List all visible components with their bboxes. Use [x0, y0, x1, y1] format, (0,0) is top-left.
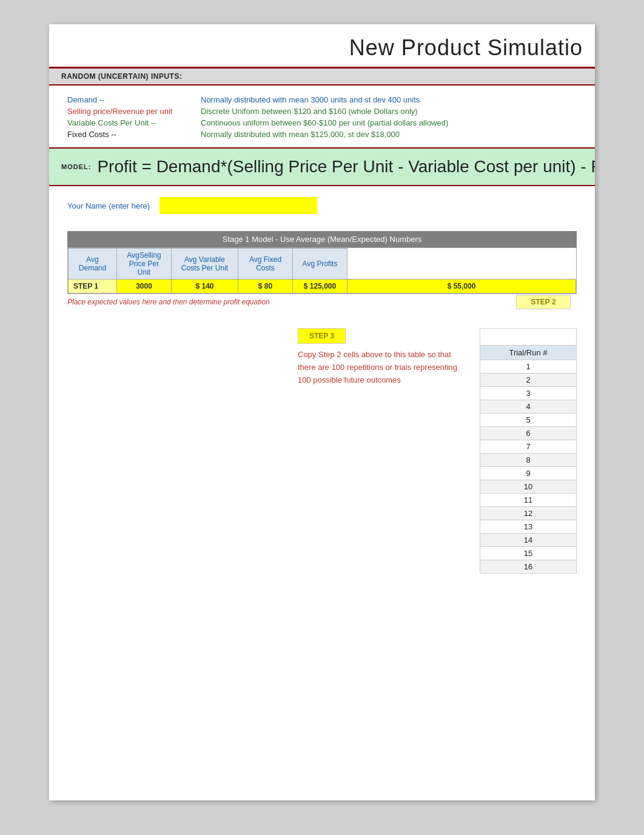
trial-table: Trial/Run # 12345678910111213141516 [480, 328, 577, 574]
step3-description: Copy Step 2 cells above to this table so… [298, 349, 468, 386]
step1-price[interactable]: $ 140 [172, 280, 238, 293]
trial-row: 15 [480, 547, 577, 560]
stage1-table-wrapper: Avg Demand AvgSelling Price Per Unit Avg… [67, 247, 577, 294]
trial-row: 8 [480, 454, 577, 467]
step1-label-cell: STEP 1 [69, 280, 117, 293]
step3-button[interactable]: STEP 3 [298, 328, 346, 344]
step1-row: STEP 1 3000 $ 140 $ 80 $ 125,000 [69, 280, 576, 293]
trial-row: 5 [480, 414, 577, 427]
input-row-selling: Selling price/Revenue per unit Discrete … [67, 107, 577, 116]
trial-row: 1 [480, 360, 577, 374]
trial-number: 5 [480, 414, 577, 427]
stage1-col-header-row: Avg Demand AvgSelling Price Per Unit Avg… [69, 249, 576, 280]
trial-header-top-row [480, 329, 577, 346]
trial-row: 7 [480, 440, 577, 454]
name-input[interactable] [159, 197, 317, 214]
page: New Product Simulatio RANDOM (UNCERTAIN)… [49, 24, 595, 800]
trial-number: 14 [480, 534, 577, 547]
stage1-container: Stage 1 Model - Use Average (Mean/Expect… [67, 231, 577, 310]
demand-label: Demand -- [67, 95, 201, 104]
model-banner: MODEL: Profit = Demand*(Selling Price Pe… [49, 147, 595, 186]
trial-number: 4 [480, 400, 577, 414]
trial-number: 3 [480, 387, 577, 400]
trial-number: 11 [480, 494, 577, 507]
trial-row: 11 [480, 494, 577, 507]
demand-desc: Normally distributed with mean 3000 unit… [201, 95, 420, 104]
trial-row: 16 [480, 560, 577, 574]
section-header: RANDOM (UNCERTAIN) INPUTS: [49, 69, 595, 86]
trial-number: 7 [480, 440, 577, 454]
trial-number: 16 [480, 560, 577, 574]
fixed-label: Fixed Costs -- [67, 130, 201, 139]
input-row-variable: Variable Costs Per Unit -- Continuous un… [67, 118, 577, 127]
step2-button[interactable]: STEP 2 [516, 295, 571, 309]
variable-label: Variable Costs Per Unit -- [67, 118, 201, 127]
step3-text-box: STEP 3 Copy Step 2 cells above to this t… [298, 328, 468, 574]
col-header-var-cost: Avg Variable Costs Per Unit [172, 249, 238, 280]
trial-row: 14 [480, 534, 577, 547]
random-inputs: Demand -- Normally distributed with mean… [49, 86, 595, 147]
trial-row: 4 [480, 400, 577, 414]
step3-section: STEP 3 Copy Step 2 cells above to this t… [67, 328, 577, 574]
trial-row: 9 [480, 467, 577, 480]
trial-number: 9 [480, 467, 577, 480]
input-row-demand: Demand -- Normally distributed with mean… [67, 95, 577, 104]
trial-row: 3 [480, 387, 577, 400]
trial-number: 13 [480, 520, 577, 534]
trial-number: 1 [480, 360, 577, 374]
col-header-profits: Avg Profits [293, 249, 347, 280]
trial-table-wrapper: Trial/Run # 12345678910111213141516 [480, 328, 577, 574]
trial-tbody: 12345678910111213141516 [480, 360, 577, 574]
trial-row: 10 [480, 480, 577, 494]
fixed-desc: Normally distributed with mean $125,000,… [201, 130, 400, 139]
col-header-demand: Avg Demand [69, 249, 117, 280]
col-header-fixed: Avg Fixed Costs [238, 249, 293, 280]
trial-number: 10 [480, 480, 577, 494]
model-label: MODEL: [61, 163, 91, 170]
stage1-table: Avg Demand AvgSelling Price Per Unit Avg… [68, 248, 576, 293]
trial-number: 2 [480, 374, 577, 387]
trial-number: 6 [480, 427, 577, 440]
step1-demand[interactable]: 3000 [117, 280, 172, 293]
trial-number: 8 [480, 454, 577, 467]
name-section: Your Name (enter here) [49, 186, 595, 219]
trial-header-label: Trial/Run # [480, 346, 577, 360]
trial-number: 15 [480, 547, 577, 560]
model-formula: Profit = Demand*(Selling Price Per Unit … [97, 157, 595, 176]
stage1-header: Stage 1 Model - Use Average (Mean/Expect… [67, 231, 577, 247]
selling-label: Selling price/Revenue per unit [67, 107, 201, 116]
input-row-fixed: Fixed Costs -- Normally distributed with… [67, 130, 577, 139]
trial-header-top-cell [480, 329, 577, 346]
name-label: Your Name (enter here) [67, 201, 150, 210]
trial-row: 6 [480, 427, 577, 440]
step1-var-cost[interactable]: $ 80 [238, 280, 293, 293]
trial-row: 13 [480, 520, 577, 534]
page-title: New Product Simulatio [61, 35, 583, 61]
trial-row: 2 [480, 374, 577, 387]
trial-header-row: Trial/Run # [480, 346, 577, 360]
trial-number: 12 [480, 507, 577, 520]
col-header-selling: AvgSelling Price Per Unit [117, 249, 172, 280]
selling-desc: Discrete Uniform between $120 and $160 (… [201, 107, 418, 116]
step1-fixed[interactable]: $ 125,000 [293, 280, 347, 293]
variable-desc: Continuous uniform between $60-$100 per … [201, 118, 448, 127]
stage1-note: Place expected values here and then dete… [67, 294, 270, 310]
step1-profit[interactable]: $ 55,000 [347, 280, 576, 293]
title-bar: New Product Simulatio [49, 24, 595, 69]
trial-row: 12 [480, 507, 577, 520]
